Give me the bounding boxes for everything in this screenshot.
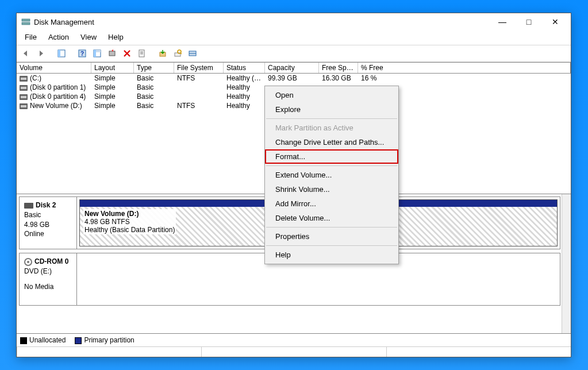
disk-label[interactable]: CD-ROM 0DVD (E:)No Media [20,253,77,305]
svg-rect-3 [58,50,60,57]
col-layout[interactable]: Layout [91,63,134,73]
refresh-button[interactable] [106,47,118,60]
help-button[interactable]: ? [76,47,89,60]
col-volume[interactable]: Volume [17,63,91,73]
svg-text:?: ? [80,51,84,57]
svg-rect-8 [96,50,101,52]
context-menu-item: Mark Partition as Active [265,121,398,135]
options-button[interactable] [91,47,103,60]
vhd-button[interactable] [156,47,169,60]
volume-icon [20,94,28,100]
volume-icon [20,103,28,109]
svg-rect-1 [22,22,30,25]
app-icon [21,17,30,26]
close-button[interactable]: ✕ [542,13,568,30]
disk-icon [24,203,33,209]
context-menu-item[interactable]: Format... [265,149,398,164]
back-button[interactable] [20,47,32,60]
legend-primary: Primary partition [75,336,134,344]
context-menu-item[interactable]: Open [265,88,398,102]
volume-icon [20,85,28,91]
svg-rect-7 [94,50,96,57]
col-status[interactable]: Status [224,63,265,73]
context-menu-item[interactable]: Help [265,248,398,262]
minimize-button[interactable]: — [489,13,516,30]
titlebar[interactable]: Disk Management — □ ✕ [17,13,571,30]
window-title: Disk Management [34,18,94,26]
svg-rect-9 [109,51,115,56]
properties-button[interactable] [136,47,148,60]
context-menu-item[interactable]: Change Drive Letter and Paths... [265,135,398,149]
scrollbar[interactable] [562,194,571,333]
disk-label[interactable]: Disk 2Basic4.98 GBOnline [20,197,77,249]
menu-file[interactable]: File [20,32,41,43]
delete-button[interactable] [121,47,133,60]
svg-rect-0 [22,19,30,21]
cdrom-icon [24,258,32,266]
menu-view[interactable]: View [76,32,101,43]
statusbar [17,346,571,357]
col-filesystem[interactable]: File System [174,63,224,73]
show-hide-tree-button[interactable] [55,47,68,60]
detach-vhd-button[interactable] [171,47,184,60]
menubar: File Action View Help [17,30,571,45]
col-pctfree[interactable]: % Free [358,63,571,73]
menu-help[interactable]: Help [103,32,128,43]
col-type[interactable]: Type [134,63,174,73]
menu-action[interactable]: Action [44,32,74,43]
maximize-button[interactable]: □ [516,13,542,30]
volume-table-header: Volume Layout Type File System Status Ca… [17,62,571,74]
volume-icon [20,76,28,82]
rescan-button[interactable] [186,47,199,60]
context-menu-item[interactable]: Add Mirror... [265,196,398,211]
forward-button[interactable] [34,47,47,60]
table-row[interactable]: (C:)SimpleBasicNTFSHealthy (B...99.39 GB… [17,74,571,83]
legend-unallocated: Unallocated [20,336,66,344]
context-menu-item[interactable]: Extend Volume... [265,168,398,182]
context-menu: OpenExploreMark Partition as ActiveChang… [264,86,399,264]
col-capacity[interactable]: Capacity [265,63,319,73]
svg-rect-10 [139,50,144,57]
context-menu-item[interactable]: Explore [265,102,398,117]
context-menu-item[interactable]: Shrink Volume... [265,182,398,196]
legend: Unallocated Primary partition [17,333,571,346]
context-menu-item[interactable]: Delete Volume... [265,211,398,225]
toolbar: ? [17,45,571,62]
context-menu-item[interactable]: Properties [265,229,398,244]
col-freespace[interactable]: Free Spa... [319,63,358,73]
